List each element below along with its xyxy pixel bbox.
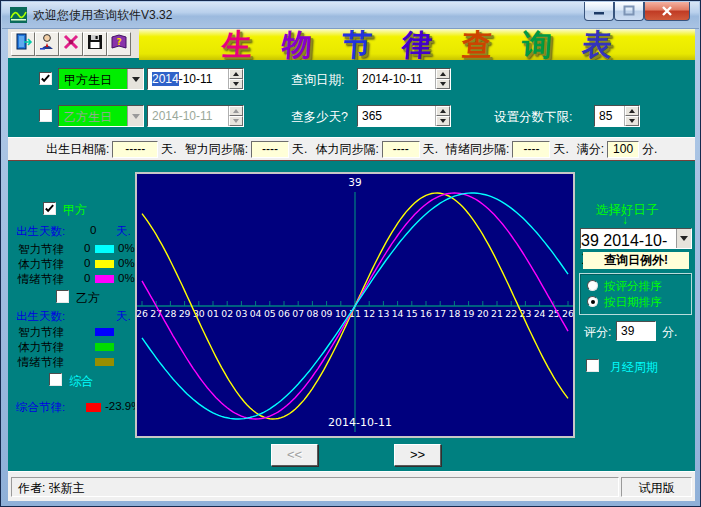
banner-char: 询 <box>521 29 583 60</box>
sort-by-score-radio[interactable] <box>587 280 598 291</box>
maximize-button[interactable] <box>614 2 644 21</box>
party-b-plot-checkbox[interactable] <box>56 290 69 303</box>
app-icon <box>10 7 27 23</box>
minimize-button[interactable] <box>584 2 614 21</box>
composite-swatch <box>86 403 101 412</box>
party-a-birthdate-spinner[interactable]: 2014-10-11 <box>147 68 244 90</box>
score-limit-spinner[interactable]: 85 <box>594 105 640 127</box>
author-status: 作者: 张新主 <box>11 477 619 497</box>
svg-text:08: 08 <box>306 308 318 319</box>
sort-by-date-radio[interactable] <box>587 296 598 307</box>
party-a-birthday-combo[interactable]: 甲方生日 <box>58 68 144 90</box>
good-day-combo[interactable]: 39 2014-10-1: <box>580 228 692 249</box>
party-a-birthdays-value: 0 <box>90 224 96 236</box>
score-label: 评分: <box>584 324 611 341</box>
banner-char: 表 <box>581 29 643 60</box>
rhythm-label: 情绪节律 <box>18 272 64 287</box>
svg-text:12: 12 <box>363 308 375 319</box>
menstrual-cycle-checkbox[interactable] <box>586 359 599 372</box>
spin-down-button[interactable] <box>625 116 639 126</box>
party-a-plot-checkbox[interactable] <box>43 202 56 215</box>
stats-value-box[interactable]: ----- <box>112 141 158 158</box>
client-area: ? 生物节律查询表 甲方生日 2014-10-11 查询日期: 2014-10-… <box>8 29 695 501</box>
rhythm-color-swatch <box>95 358 114 366</box>
save-button[interactable] <box>83 32 107 56</box>
stats-value-box[interactable]: 100 <box>607 141 639 158</box>
sync-stats-bar: 出生日相隔:-----天.智力同步隔:----天.体力同步隔:----天.情绪同… <box>8 137 695 161</box>
rhythm-color-swatch <box>95 260 114 268</box>
score-limit-value: 85 <box>595 106 624 126</box>
stats-value-box[interactable]: ---- <box>382 141 420 158</box>
svg-text:28: 28 <box>164 308 176 319</box>
svg-text:07: 07 <box>292 308 304 319</box>
score-unit: 分. <box>662 324 677 341</box>
stats-label: 智力同步隔: <box>185 141 248 158</box>
rhythm-color-swatch <box>95 245 114 253</box>
svg-text:04: 04 <box>250 308 262 319</box>
legend-row: 智力节律00% <box>14 242 140 256</box>
rhythm-percent: 0% <box>118 257 135 269</box>
legend-row: 情绪节律00% <box>14 272 140 286</box>
stats-label: 情绪同步隔: <box>446 141 509 158</box>
party-a-enable-checkbox[interactable] <box>39 72 52 85</box>
close-button[interactable] <box>644 2 690 21</box>
svg-text:09: 09 <box>321 308 333 319</box>
biorhythm-chart-svg: 2627282930010203040506070809101112131415… <box>137 174 573 436</box>
spin-up-button[interactable] <box>436 106 450 116</box>
spin-up-button <box>229 106 243 116</box>
rhythm-label: 智力节律 <box>18 242 64 257</box>
query-days-spinner[interactable]: 365 <box>357 105 451 127</box>
svg-text:?: ? <box>116 36 121 46</box>
titlebar[interactable]: 欢迎您使用查询软件V3.32 <box>2 2 699 29</box>
banner-title: 生物节律查询表 <box>221 30 643 60</box>
banner-char: 节 <box>341 29 403 60</box>
rhythm-label: 体力节律 <box>18 257 64 272</box>
rhythm-color-swatch <box>95 328 114 336</box>
party-b-birthday-combo[interactable]: 乙方生日 <box>58 105 144 127</box>
status-bar: 作者: 张新主 试用版 <box>8 471 695 501</box>
tools-button[interactable] <box>59 32 83 56</box>
party-b-birthdays-unit: 天. <box>116 309 131 324</box>
party-a-birthdays-label: 出生天数: <box>16 224 65 239</box>
prev-page-button[interactable]: << <box>271 444 318 466</box>
spin-down-button[interactable] <box>436 116 450 126</box>
stats-value-box[interactable]: ---- <box>251 141 289 158</box>
chevron-down-icon[interactable] <box>676 229 691 248</box>
party-b-enable-checkbox[interactable] <box>39 109 52 122</box>
spin-down-button[interactable] <box>436 79 450 89</box>
exit-button[interactable] <box>11 32 35 56</box>
stats-unit: 天. <box>161 141 176 158</box>
legend-row: 智力节律 <box>14 325 140 339</box>
next-page-button[interactable]: >> <box>394 444 441 466</box>
app-window: 欢迎您使用查询软件V3.32 <box>0 0 701 507</box>
stats-label: 体力同步隔: <box>315 141 378 158</box>
help-button[interactable]: ? <box>107 32 131 56</box>
party-b-birthdays-label: 出生天数: <box>16 309 65 324</box>
party-b-birthday-combo-value: 乙方生日 <box>59 106 127 126</box>
rhythm-label: 智力节律 <box>18 325 64 340</box>
spin-up-button[interactable] <box>625 106 639 116</box>
spin-down-button[interactable] <box>229 79 243 89</box>
svg-text:16: 16 <box>420 308 432 319</box>
check-icon <box>44 203 55 214</box>
rhythm-value: 0 <box>84 272 90 284</box>
query-day-exception-label: 查询日例外! <box>583 252 689 269</box>
chevron-down-icon[interactable] <box>127 69 143 89</box>
svg-text:05: 05 <box>264 308 276 319</box>
spin-up-button[interactable] <box>436 69 450 79</box>
banner-char: 查 <box>461 29 523 60</box>
tools-icon <box>61 32 81 56</box>
score-input[interactable]: 39 <box>616 321 656 341</box>
stats-unit: 分. <box>642 141 657 158</box>
composite-checkbox[interactable] <box>49 373 62 386</box>
query-date-spinner[interactable]: 2014-10-11 <box>357 68 451 90</box>
svg-text:18: 18 <box>448 308 460 319</box>
rhythm-label: 情绪节律 <box>18 355 64 370</box>
menstrual-cycle-label: 月经周期 <box>610 359 658 376</box>
party-a-label: 甲方 <box>63 202 87 219</box>
user-button[interactable] <box>35 32 59 56</box>
stats-value-box[interactable]: ---- <box>512 141 550 158</box>
chevron-down-icon <box>127 106 143 126</box>
spin-up-button[interactable] <box>229 69 243 79</box>
rhythm-value: 0 <box>84 242 90 254</box>
